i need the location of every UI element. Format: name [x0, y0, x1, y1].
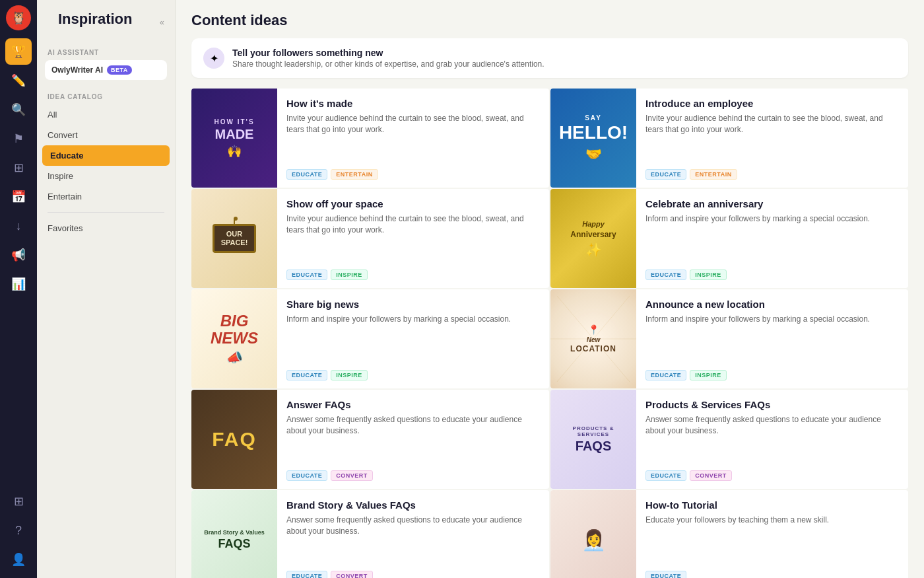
- card-body-introduce-employee: Introduce an employee Invite your audien…: [636, 89, 908, 188]
- followers-banner: ✦ Tell your followers something new Shar…: [191, 38, 908, 78]
- nav-chart[interactable]: 📊: [5, 271, 32, 297]
- nav-edit[interactable]: ✏️: [5, 67, 32, 94]
- card-title: Share big news: [286, 299, 540, 310]
- ai-label: OwlyWriter AI: [51, 65, 103, 75]
- nav-calendar[interactable]: 📅: [5, 184, 32, 210]
- card-tags: EDUCATE ENTERTAIN: [645, 169, 899, 180]
- nav-flag[interactable]: ⚑: [5, 126, 32, 152]
- nav-grid[interactable]: ⊞: [5, 155, 32, 181]
- card-image-answer-faqs: FAQ: [191, 390, 277, 489]
- card-desc: Answer some frequently asked questions t…: [286, 414, 540, 437]
- banner-description: Share thought leadership, or other kinds…: [232, 59, 544, 69]
- card-answer-faqs[interactable]: FAQ Answer FAQs Answer some frequently a…: [191, 390, 549, 489]
- page-title: Content ideas: [191, 12, 908, 29]
- cards-grid: HOW IT'S MADE 🙌 How it's made Invite you…: [176, 89, 924, 578]
- card-body-show-off-space: Show off your space Invite your audience…: [277, 189, 549, 288]
- card-title: Products & Services FAQs: [645, 399, 899, 410]
- card-image-introduce-employee: SAY HELLO! 🤝: [550, 89, 636, 188]
- idea-catalog-label: IDEA CATALOG: [37, 85, 175, 104]
- card-image-celebrate-anniversary: Happy Anniversary ✨: [550, 189, 636, 288]
- card-share-big-news[interactable]: BIGNEWS 📣 Share big news Inform and insp…: [191, 289, 549, 388]
- tag-inspire: INSPIRE: [690, 270, 727, 280]
- card-image-share-big-news: BIGNEWS 📣: [191, 289, 277, 388]
- card-celebrate-anniversary[interactable]: Happy Anniversary ✨ Celebrate an anniver…: [550, 189, 908, 288]
- sidebar-item-entertain[interactable]: Entertain: [37, 186, 175, 207]
- tag-educate: EDUCATE: [645, 370, 686, 380]
- sidebar-item-inspire[interactable]: Inspire: [37, 166, 175, 186]
- card-tags: EDUCATE CONVERT: [286, 470, 540, 481]
- card-desc: Inform and inspire your followers by mar…: [645, 314, 899, 325]
- card-image-products-services-faqs: PRODUCTS & SERVICES FAQS: [550, 390, 636, 489]
- tag-educate: EDUCATE: [286, 470, 327, 481]
- tag-educate: EDUCATE: [645, 270, 686, 280]
- tag-inspire: INSPIRE: [331, 370, 368, 380]
- card-body-announce-new-location: Announce a new location Inform and inspi…: [636, 289, 908, 388]
- banner-text: Tell your followers something new Share …: [232, 48, 544, 69]
- card-show-off-space[interactable]: OURSPACE! Show off your space Invite you…: [191, 189, 549, 288]
- main-content: Content ideas ✦ Tell your followers some…: [176, 0, 924, 578]
- card-products-services-faqs[interactable]: PRODUCTS & SERVICES FAQS Products & Serv…: [550, 390, 908, 489]
- sidebar: Inspiration « AI ASSISTANT OwlyWriter AI…: [37, 0, 176, 578]
- card-image-how-its-made: HOW IT'S MADE 🙌: [191, 89, 277, 188]
- card-image-show-off-space: OURSPACE!: [191, 189, 277, 288]
- sidebar-item-convert[interactable]: Convert: [37, 125, 175, 145]
- card-brand-story-faqs[interactable]: Brand Story & Values FAQS Brand Story & …: [191, 490, 549, 578]
- icon-bar-bottom: ⊞ ? 👤: [5, 488, 32, 573]
- nav-search[interactable]: 🔍: [5, 96, 32, 123]
- card-tags: EDUCATE INSPIRE: [286, 270, 540, 280]
- sidebar-divider: [48, 212, 164, 213]
- tag-educate: EDUCATE: [645, 169, 686, 180]
- icon-bar: 🦉 🏆 ✏️ 🔍 ⚑ ⊞ 📅 ↓ 📢 📊 ⊞ ? 👤: [0, 0, 37, 578]
- tag-inspire: INSPIRE: [690, 370, 727, 380]
- tag-educate: EDUCATE: [286, 571, 327, 578]
- beta-badge: BETA: [107, 65, 132, 75]
- card-title: How-to Tutorial: [645, 499, 899, 511]
- card-desc: Answer some frequently asked questions t…: [645, 414, 899, 437]
- card-desc: Inform and inspire your followers by mar…: [286, 314, 540, 325]
- card-tags: EDUCATE CONVERT: [286, 571, 540, 578]
- card-tags: EDUCATE INSPIRE: [645, 370, 899, 380]
- sidebar-item-favorites[interactable]: Favorites: [37, 218, 175, 238]
- card-tags: EDUCATE INSPIRE: [645, 270, 899, 280]
- card-how-to-tutorial[interactable]: 👩‍💼 How-to Tutorial Educate your followe…: [550, 490, 908, 578]
- nav-user[interactable]: 👤: [5, 546, 32, 573]
- nav-trophy[interactable]: 🏆: [5, 38, 32, 65]
- tag-educate: EDUCATE: [645, 571, 686, 578]
- card-desc: Invite your audience behind the curtain …: [286, 213, 540, 236]
- nav-download[interactable]: ↓: [5, 213, 32, 239]
- tag-entertain: ENTERTAIN: [690, 169, 737, 180]
- nav-help[interactable]: ?: [5, 517, 32, 544]
- sidebar-item-educate[interactable]: Educate: [42, 145, 170, 166]
- nav-apps[interactable]: ⊞: [5, 488, 32, 515]
- card-introduce-employee[interactable]: SAY HELLO! 🤝 Introduce an employee Invit…: [550, 89, 908, 188]
- card-body-brand-story-faqs: Brand Story & Values FAQs Answer some fr…: [277, 490, 549, 578]
- card-body-how-to-tutorial: How-to Tutorial Educate your followers b…: [636, 490, 908, 578]
- nav-megaphone[interactable]: 📢: [5, 242, 32, 268]
- sidebar-title: Inspiration: [48, 11, 143, 33]
- card-image-announce-new-location: 📍 New LOCATION: [550, 289, 636, 388]
- banner-heading: Tell your followers something new: [232, 48, 544, 58]
- tag-educate: EDUCATE: [286, 169, 327, 180]
- banner-icon: ✦: [203, 48, 224, 69]
- tag-convert: CONVERT: [331, 470, 373, 481]
- card-title: How it's made: [286, 98, 540, 109]
- tag-educate: EDUCATE: [286, 270, 327, 280]
- main-header: Content ideas: [176, 0, 924, 38]
- card-title: Answer FAQs: [286, 399, 540, 410]
- card-tags: EDUCATE INSPIRE: [286, 370, 540, 380]
- card-how-its-made[interactable]: HOW IT'S MADE 🙌 How it's made Invite you…: [191, 89, 549, 188]
- app-logo[interactable]: 🦉: [6, 5, 31, 30]
- tag-entertain: ENTERTAIN: [331, 169, 378, 180]
- ai-section-label: AI ASSISTANT: [37, 41, 175, 60]
- card-image-how-to-tutorial: 👩‍💼: [550, 490, 636, 578]
- card-announce-new-location[interactable]: 📍 New LOCATION: [550, 289, 908, 388]
- tag-inspire: INSPIRE: [331, 270, 368, 280]
- sidebar-item-all[interactable]: All: [37, 104, 175, 125]
- card-desc: Educate your followers by teaching them …: [645, 515, 899, 526]
- ai-assistant-box[interactable]: OwlyWriter AI BETA: [45, 60, 167, 80]
- card-tags: EDUCATE: [645, 571, 899, 578]
- tag-educate: EDUCATE: [286, 370, 327, 380]
- card-title: Show off your space: [286, 198, 540, 209]
- card-title: Introduce an employee: [645, 98, 899, 109]
- sidebar-collapse-icon[interactable]: «: [160, 17, 164, 27]
